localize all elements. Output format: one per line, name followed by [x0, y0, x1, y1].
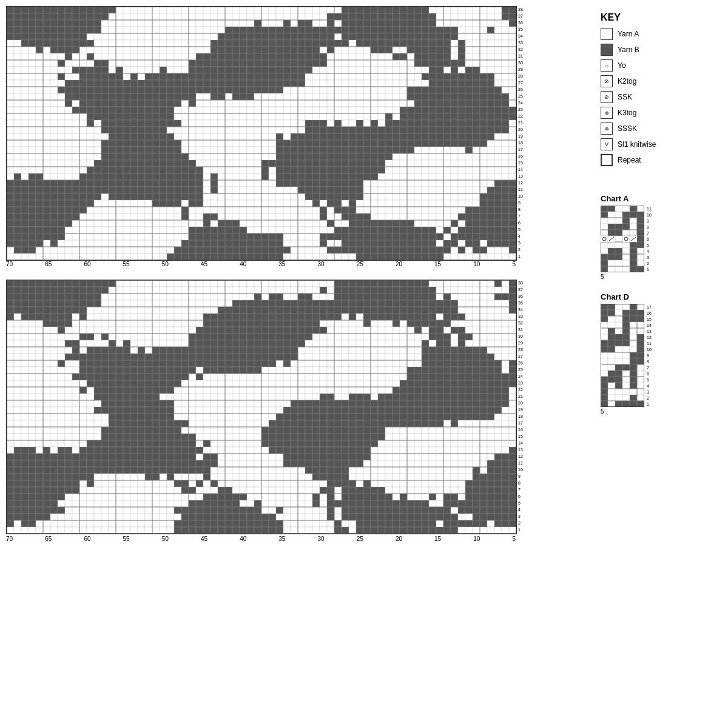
k3tog-symbol: ⊗ [601, 107, 613, 119]
small-row-num-7: 7 [647, 364, 652, 371]
row-num-20: 20 [518, 400, 523, 406]
row-num-26: 26 [518, 86, 523, 93]
row-num-8: 8 [518, 480, 523, 486]
key-item-sl1: V Sl1 knitwise [601, 138, 722, 150]
chart-a-section: Chart A 1110987654321 5 [601, 194, 722, 280]
row-num-9: 9 [518, 473, 523, 480]
row-num-29: 29 [518, 340, 523, 346]
row-num-28: 28 [518, 73, 523, 79]
row-num-7: 7 [518, 213, 523, 220]
row-num-22: 22 [518, 386, 523, 393]
sidebar: KEY Yarn A Yarn B ○ Yo ⊘ K2tog ⊘ SSK [588, 6, 722, 543]
row-num-32: 32 [518, 320, 523, 326]
small-row-num-1: 1 [647, 401, 652, 407]
k2tog-symbol: ⊘ [601, 75, 613, 87]
small-row-num-11: 11 [647, 340, 652, 346]
key-item-repeat: Repeat [601, 154, 722, 166]
row-num-5: 5 [518, 226, 523, 233]
sssk-label: SSSK [618, 124, 637, 133]
k2tog-label: K2tog [618, 77, 636, 86]
row-num-3: 3 [518, 513, 523, 520]
row-num-26: 26 [518, 360, 523, 366]
chart-a-row-nums: 1110987654321 [647, 206, 652, 272]
small-row-num-2: 2 [647, 395, 652, 401]
small-row-num-5: 5 [647, 377, 652, 383]
repeat-symbol [601, 154, 613, 166]
small-row-num-10: 10 [647, 212, 652, 218]
bottom-chart-row-numbers: 3837363534333231302928272625242322212019… [517, 280, 523, 533]
row-num-34: 34 [518, 33, 523, 39]
row-num-11: 11 [518, 186, 523, 193]
row-num-1: 1 [518, 526, 523, 533]
small-row-num-13: 13 [647, 328, 652, 334]
small-row-num-3: 3 [647, 254, 652, 260]
row-num-25: 25 [518, 366, 523, 373]
row-num-31: 31 [518, 53, 523, 59]
row-num-30: 30 [518, 333, 523, 340]
chart-d-row-nums: 1716151413121110987654321 [647, 304, 652, 407]
top-chart-row-numbers: 3837363534333231302928272625242322212019… [517, 6, 523, 260]
sl1-label: Sl1 knitwise [618, 140, 656, 149]
row-num-23: 23 [518, 380, 523, 386]
key-item-yo: ○ Yo [601, 59, 722, 72]
row-num-16: 16 [518, 153, 523, 159]
small-row-num-6: 6 [647, 371, 652, 377]
row-num-4: 4 [518, 233, 523, 240]
key-item-yarn-a: Yarn A [601, 28, 722, 40]
chart-d-col-nums: 5 [601, 407, 722, 415]
row-num-27: 27 [518, 353, 523, 360]
row-num-34: 34 [518, 306, 523, 313]
key-item-sssk: ⊗ SSSK [601, 123, 722, 135]
small-row-num-12: 12 [647, 334, 652, 340]
row-num-22: 22 [518, 113, 523, 119]
small-row-num-8: 8 [647, 224, 652, 230]
small-row-num-5: 5 [647, 242, 652, 248]
top-chart-canvas [6, 6, 517, 261]
small-row-num-15: 15 [647, 316, 652, 322]
chart-a-canvas [601, 206, 644, 272]
chart-a-title: Chart A [601, 194, 722, 203]
row-num-31: 31 [518, 326, 523, 333]
row-num-36: 36 [518, 293, 523, 300]
row-num-27: 27 [518, 79, 523, 86]
key-title: KEY [601, 12, 722, 23]
key-item-k3tog: ⊗ K3tog [601, 107, 722, 119]
row-num-21: 21 [518, 119, 523, 126]
small-row-num-2: 2 [647, 260, 652, 266]
chart-d-section: Chart D 1716151413121110987654321 5 [601, 292, 722, 415]
row-num-33: 33 [518, 313, 523, 320]
row-num-30: 30 [518, 59, 523, 66]
ssk-symbol: ⊘ [601, 91, 613, 103]
row-num-4: 4 [518, 506, 523, 513]
row-num-19: 19 [518, 406, 523, 413]
row-num-17: 17 [518, 420, 523, 426]
row-num-23: 23 [518, 106, 523, 113]
k3tog-label: K3tog [618, 109, 636, 117]
row-num-16: 16 [518, 426, 523, 433]
row-num-6: 6 [518, 220, 523, 226]
small-row-num-4: 4 [647, 383, 652, 389]
row-num-2: 2 [518, 246, 523, 253]
yo-label: Yo [618, 61, 626, 70]
main-chart-bottom: 3837363534333231302928272625242322212019… [6, 280, 588, 543]
row-num-6: 6 [518, 493, 523, 500]
bottom-chart-canvas [6, 280, 517, 534]
yarn-a-symbol [601, 28, 613, 40]
small-row-num-6: 6 [647, 236, 652, 242]
row-num-5: 5 [518, 500, 523, 506]
row-num-32: 32 [518, 46, 523, 53]
row-num-15: 15 [518, 159, 523, 166]
key-item-yarn-b: Yarn B [601, 44, 722, 56]
row-num-15: 15 [518, 433, 523, 440]
ssk-label: SSK [618, 93, 632, 101]
top-chart-col-numbers: 70 65 60 55 50 45 40 35 30 25 20 15 10 5 [6, 261, 516, 267]
main-chart-top: 3837363534333231302928272625242322212019… [6, 6, 588, 267]
row-num-37: 37 [518, 286, 523, 293]
small-row-num-3: 3 [647, 389, 652, 395]
row-num-36: 36 [518, 19, 523, 26]
row-num-1: 1 [518, 253, 523, 260]
row-num-19: 19 [518, 133, 523, 139]
row-num-9: 9 [518, 200, 523, 206]
small-row-num-9: 9 [647, 352, 652, 358]
small-row-num-1: 1 [647, 266, 652, 272]
